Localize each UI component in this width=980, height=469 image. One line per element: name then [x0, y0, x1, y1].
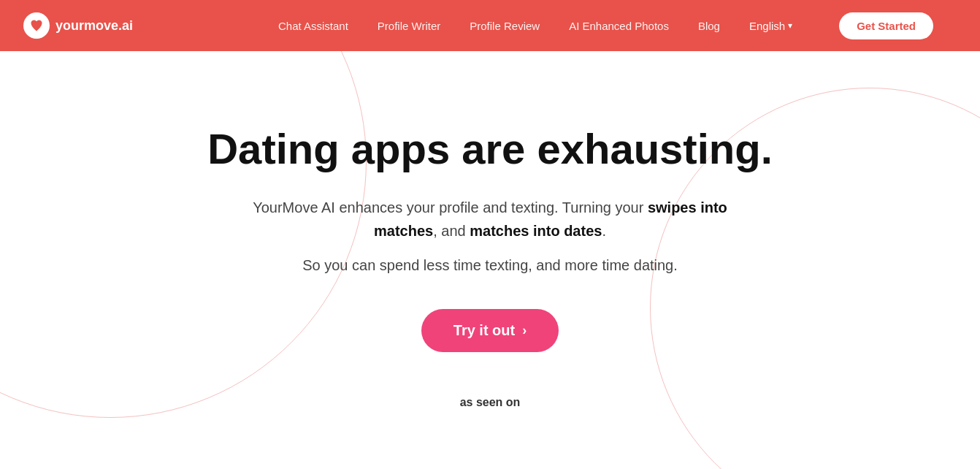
hero-subtitle-mid: , and [433, 223, 470, 239]
try-it-out-button[interactable]: Try it out › [421, 309, 559, 352]
hero-subtitle-bold2: matches into dates [470, 223, 602, 239]
get-started-button[interactable]: Get Started [839, 12, 933, 39]
hero-subtitle-end: . [602, 223, 606, 239]
nav-link-chat-assistant[interactable]: Chat Assistant [278, 20, 348, 32]
hero-subtitle: YourMove AI enhances your profile and te… [242, 196, 738, 243]
as-seen-on-label: as seen on [460, 396, 521, 409]
chevron-down-icon: ▾ [788, 20, 792, 31]
nav-link-ai-enhanced-photos[interactable]: AI Enhanced Photos [569, 20, 669, 32]
nav-link-blog[interactable]: Blog [698, 20, 720, 32]
nav-links: Chat Assistant Profile Writer Profile Re… [278, 12, 933, 39]
hero-subtitle-start: YourMove AI enhances your profile and te… [253, 199, 648, 216]
logo[interactable]: yourmove.ai [23, 12, 133, 39]
hero-section: Dating apps are exhausting. YourMove AI … [0, 51, 980, 469]
logo-text: yourmove.ai [55, 18, 133, 34]
hero-cta-label: Try it out [453, 322, 515, 339]
nav-link-profile-review[interactable]: Profile Review [470, 20, 540, 32]
language-label: English [749, 20, 785, 32]
navbar: yourmove.ai Chat Assistant Profile Write… [0, 0, 980, 51]
logo-icon [23, 12, 50, 39]
hero-body-text: So you can spend less time texting, and … [302, 257, 678, 274]
language-selector[interactable]: English ▾ [749, 20, 792, 32]
nav-link-profile-writer[interactable]: Profile Writer [378, 20, 440, 32]
arrow-icon: › [522, 323, 527, 338]
hero-title: Dating apps are exhausting. [207, 126, 773, 172]
